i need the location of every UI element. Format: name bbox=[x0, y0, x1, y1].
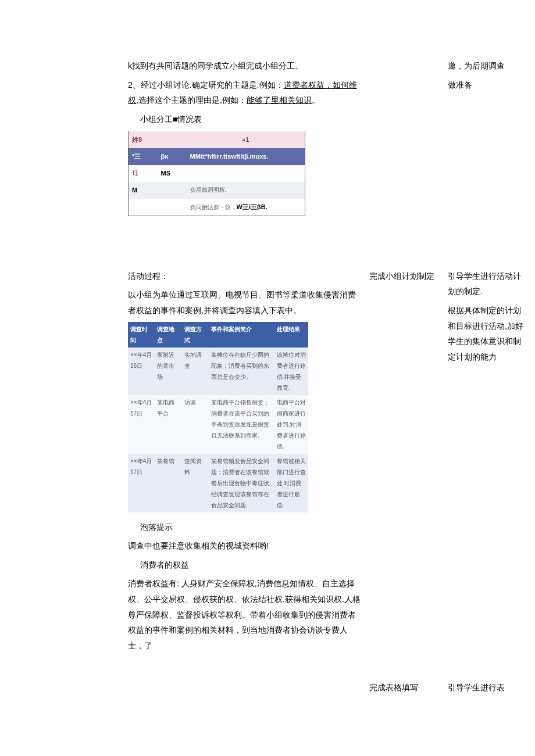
p-s3-4: 消费者权益有: 人身财产安全保障权,消费信息知情权、自主选择权、公平交易权、侵权… bbox=[128, 576, 363, 653]
p-s3-2: 调查中也要注意收集相关的视城资料哟! bbox=[128, 538, 363, 554]
t2-r1-c2: 某电商平台 bbox=[155, 395, 181, 454]
t2-r0-c4: 某摊位存在缺斤少两的现象；消费者买到的东西总是会变少。 bbox=[209, 347, 274, 395]
row-1: k找到有共同话题的同学成立小组完成小组分工。 2、经过小组讨论.确定研究的主题是… bbox=[0, 58, 535, 228]
t2-h-c2: 调查地点 bbox=[155, 322, 181, 347]
table-row: ××年4月17日 某餐馆 查阅资料 某餐馆频发食品安全问题；消费者在该餐馆就餐后… bbox=[128, 454, 308, 513]
t2-r2-c4: 某餐馆频发食品安全问题；消费者在该餐馆就餐后出现食物中毒症状.经调查发现该餐馆存… bbox=[209, 454, 274, 513]
p-s1-2c: 。 bbox=[312, 95, 320, 105]
t1-r3-c3: 负用曲泗明析. bbox=[187, 182, 305, 199]
table-row: M 负用曲泗明析. bbox=[129, 182, 305, 199]
t1-h-c3: «1 bbox=[187, 131, 305, 148]
t2-h-c4: 事件和案例简介 bbox=[209, 322, 274, 347]
table-row: 珏 MS bbox=[129, 165, 305, 182]
t2-r2-c1: ××年4月17日 bbox=[128, 454, 155, 513]
mid2-r1: 完成小组计划制定 bbox=[369, 268, 442, 284]
t1-h-c2 bbox=[158, 131, 187, 148]
p-s2-2: 以小组为单位通过互联网、电视节目、图书等柔道收集侵害消费者权益的事件和案例,并将… bbox=[128, 287, 363, 318]
t2-r1-c4: 某电商平台销售假货；消费者在该平台买到的手表到货后发现是假货.且无法联系到商家. bbox=[209, 395, 274, 454]
p-s2-1: 活动过程： bbox=[128, 268, 363, 284]
table-row: ××年4月17日 某电商平台 访谈 某电商平台销售假货；消费者在该平台买到的手表… bbox=[128, 395, 308, 454]
t2-h-c5: 处理结果 bbox=[274, 322, 308, 347]
t2-r1-c3: 访谈 bbox=[182, 395, 209, 454]
t1-r2-c3 bbox=[187, 165, 305, 182]
t2-r2-c2: 某餐馆 bbox=[155, 454, 181, 513]
p-s1-3: 小组分工■情况表 bbox=[128, 112, 363, 127]
t1-r3-c1: M bbox=[129, 182, 158, 199]
t1-r1-c1: *三 bbox=[129, 148, 158, 165]
p-s1-2b: ,选择这个主题的理由是,例如： bbox=[136, 95, 247, 105]
table-row: 姓8 «1 bbox=[129, 131, 305, 148]
t2-r0-c5: 该摊位对消费者进行赔偿.并接受教育. bbox=[274, 347, 308, 395]
t1-r1-c3: MMtt*hfiirr.ttswftitβ.muxs. bbox=[187, 148, 305, 165]
spacer bbox=[0, 657, 535, 680]
t2-h-c1: 调查时间 bbox=[128, 322, 155, 347]
right-col-2: 引导学生进行活动计划的制定. 根据具体制定的计划和目标进行活动,加好学生的集体意… bbox=[442, 268, 523, 657]
t1-h-c1: 姓8 bbox=[129, 131, 158, 148]
table-row: 负同酬法叙・议，W三i三βB. bbox=[129, 199, 305, 216]
mid-col-3: 完成表格填写 bbox=[363, 680, 442, 699]
p-s1-2: 2、经过小组讨论.确定研究的主题是.例如：道费者权益，如何维权,选择这个主题的理… bbox=[128, 77, 363, 108]
side1-r2: 做准备 bbox=[448, 77, 523, 93]
table-row: *三 βκ MMtt*hfiirr.ttswftitβ.muxs. bbox=[129, 148, 305, 165]
side1-r1: 邀，为后期调查 bbox=[448, 58, 523, 74]
right-col-1: 邀，为后期调查 做准备 bbox=[442, 58, 523, 228]
survey-table: 调查时间 调查地点 调查方式 事件和案例简介 处理结果 ××年4月16日 家附近… bbox=[128, 322, 308, 513]
mid3-r1: 完成表格填写 bbox=[369, 680, 442, 696]
p-s3-1: 泡落提示 bbox=[128, 519, 363, 535]
t2-r0-c1: ××年4月16日 bbox=[128, 347, 155, 395]
right-col-3: 引导学生进行表 bbox=[442, 680, 523, 699]
t1-r4-c3: 负同酬法叙・议，W三i三βB. bbox=[187, 199, 305, 216]
t2-r1-c1: ××年4月17日 bbox=[128, 395, 155, 454]
p-s1-2a: 2、经过小组讨论.确定研究的主题是.例如： bbox=[128, 80, 284, 89]
main-col-2: 活动过程： 以小组为单位通过互联网、电视节目、图书等柔道收集侵害消费者权益的事件… bbox=[0, 268, 363, 657]
t1-r2-c1: 珏 bbox=[129, 165, 158, 182]
side2-r1: 引导学生进行活动计划的制定. bbox=[448, 268, 523, 299]
mid-col-2: 完成小组计划制定 bbox=[363, 268, 442, 657]
t2-r2-c3: 查阅资料 bbox=[182, 454, 209, 513]
t1-r1-c2: βκ bbox=[158, 148, 187, 165]
side3-r1: 引导学生进行表 bbox=[448, 680, 523, 696]
row-2: 活动过程： 以小组为单位通过互联网、电视节目、图书等柔道收集侵害消费者权益的事件… bbox=[0, 268, 535, 657]
t1-r4-c2 bbox=[158, 199, 187, 216]
t1-r3-c2 bbox=[158, 182, 187, 199]
main-col-3 bbox=[0, 680, 363, 699]
side2-r2: 根据具体制定的计划和目标进行活动,加好学生的集体意识和制定计划的能力 bbox=[448, 303, 523, 364]
mid-col-1 bbox=[363, 58, 442, 228]
t1-r4-c1 bbox=[129, 199, 158, 216]
t1-r2-c2: MS bbox=[158, 165, 187, 182]
t2-r1-c5: 电商平台对假商家进行处罚.对消费者进行赔偿. bbox=[274, 395, 308, 454]
t2-r0-c2: 家附近的菜市场 bbox=[155, 347, 181, 395]
row-3: 完成表格填写 引导学生进行表 bbox=[0, 680, 535, 699]
spacer bbox=[0, 228, 535, 268]
table-row: ××年4月16日 家附近的菜市场 实地调查 某摊位存在缺斤少两的现象；消费者买到… bbox=[128, 347, 308, 395]
p-s1-1: k找到有共同话题的同学成立小组完成小组分工。 bbox=[128, 58, 363, 74]
main-col-1: k找到有共同话题的同学成立小组完成小组分工。 2、经过小组讨论.确定研究的主题是… bbox=[0, 58, 363, 228]
p-s1-2u2: 能够了里相关知识 bbox=[247, 95, 312, 105]
t1-r4-c3a: 负同酬法叙・议， bbox=[190, 204, 237, 210]
group-division-table: 姓8 «1 *三 βκ MMtt*hfiirr.ttswftitβ.muxs. … bbox=[128, 131, 305, 216]
t2-r0-c3: 实地调查 bbox=[182, 347, 209, 395]
t2-r2-c5: 餐馆被相关部门进行查处.对消费者进行赔偿. bbox=[274, 454, 308, 513]
t1-r4-c3b: W三i三βB. bbox=[237, 203, 268, 210]
t2-h-c3: 调查方式 bbox=[182, 322, 209, 347]
p-s3-3: 消费者的权益 bbox=[128, 557, 363, 573]
table-row: 调查时间 调查地点 调查方式 事件和案例简介 处理结果 bbox=[128, 322, 308, 347]
